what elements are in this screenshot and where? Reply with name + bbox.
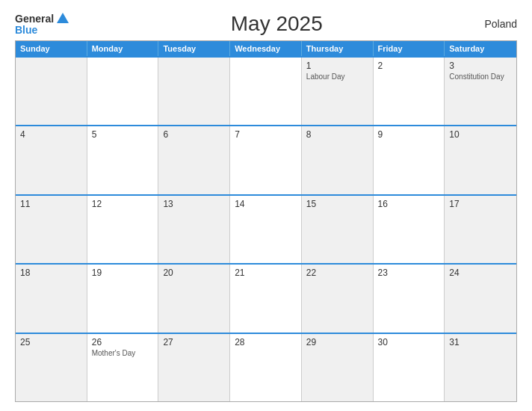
cell-day-number: 27 xyxy=(163,337,225,347)
calendar-row-3: 11121314151617 xyxy=(16,194,516,263)
cell-day-number: 6 xyxy=(163,129,225,140)
cell-day-number: 14 xyxy=(235,199,297,209)
calendar-cell xyxy=(230,58,302,125)
cell-day-number: 3 xyxy=(449,61,512,71)
calendar-body: 1Labour Day23Constitution Day45678910111… xyxy=(16,56,516,401)
cell-event-label: Labour Day xyxy=(306,72,368,81)
cell-day-number: 16 xyxy=(378,199,440,209)
cell-day-number: 28 xyxy=(235,337,297,347)
header-day-friday: Friday xyxy=(374,41,445,56)
calendar-cell: 26Mother's Day xyxy=(87,334,159,401)
calendar-cell: 12 xyxy=(87,196,159,263)
cell-day-number: 2 xyxy=(378,61,440,71)
cell-day-number: 10 xyxy=(449,129,512,140)
calendar: SundayMondayTuesdayWednesdayThursdayFrid… xyxy=(15,40,517,402)
calendar-cell: 21 xyxy=(230,265,302,332)
calendar-cell: 14 xyxy=(230,196,302,263)
calendar-row-2: 45678910 xyxy=(16,125,516,194)
calendar-cell: 5 xyxy=(87,126,159,194)
cell-event-label: Constitution Day xyxy=(449,72,512,81)
calendar-cell: 9 xyxy=(374,126,445,194)
cell-day-number: 4 xyxy=(20,129,82,140)
calendar-cell: 31 xyxy=(445,334,516,401)
cell-day-number: 30 xyxy=(378,337,440,347)
calendar-header: SundayMondayTuesdayWednesdayThursdayFrid… xyxy=(16,41,516,56)
cell-day-number: 24 xyxy=(449,268,512,278)
logo-blue: Blue xyxy=(15,25,37,35)
logo: General Blue xyxy=(15,13,69,35)
calendar-cell: 30 xyxy=(374,334,445,401)
cell-day-number: 17 xyxy=(449,199,512,209)
calendar-row-4: 18192021222324 xyxy=(16,263,516,332)
calendar-cell: 19 xyxy=(87,265,159,332)
calendar-cell: 13 xyxy=(158,196,230,263)
top-bar: General Blue May 2025 Poland xyxy=(15,12,517,36)
calendar-cell xyxy=(158,58,230,125)
cell-day-number: 13 xyxy=(163,199,225,209)
header-day-wednesday: Wednesday xyxy=(230,41,302,56)
cell-day-number: 20 xyxy=(163,268,225,278)
cell-day-number: 31 xyxy=(449,337,512,347)
calendar-cell: 3Constitution Day xyxy=(445,58,516,125)
cell-day-number: 7 xyxy=(235,129,297,140)
calendar-cell: 6 xyxy=(158,126,230,194)
header-day-saturday: Saturday xyxy=(445,41,516,56)
cell-day-number: 11 xyxy=(20,199,82,209)
calendar-cell: 25 xyxy=(16,334,87,401)
logo-general: General xyxy=(15,13,54,24)
cell-day-number: 21 xyxy=(235,268,297,278)
cell-day-number: 5 xyxy=(92,129,154,140)
calendar-cell: 20 xyxy=(158,265,230,332)
calendar-row-1: 1Labour Day23Constitution Day xyxy=(16,56,516,125)
calendar-cell: 4 xyxy=(16,126,87,194)
calendar-cell: 28 xyxy=(230,334,302,401)
calendar-cell: 7 xyxy=(230,126,302,194)
header-day-tuesday: Tuesday xyxy=(158,41,230,56)
calendar-cell: 10 xyxy=(445,126,516,194)
cell-day-number: 15 xyxy=(306,199,368,209)
calendar-cell: 23 xyxy=(374,265,445,332)
header-day-thursday: Thursday xyxy=(302,41,374,56)
calendar-cell: 1Labour Day xyxy=(302,58,374,125)
calendar-cell: 8 xyxy=(302,126,374,194)
calendar-page: General Blue May 2025 Poland SundayMonda… xyxy=(0,0,532,411)
cell-day-number: 8 xyxy=(306,129,368,140)
calendar-cell xyxy=(87,58,159,125)
calendar-cell: 17 xyxy=(445,196,516,263)
calendar-cell: 16 xyxy=(374,196,445,263)
cell-day-number: 1 xyxy=(306,61,368,71)
calendar-cell: 29 xyxy=(302,334,374,401)
logo-triangle-icon xyxy=(57,13,69,23)
calendar-cell: 22 xyxy=(302,265,374,332)
header-day-sunday: Sunday xyxy=(16,41,87,56)
calendar-cell xyxy=(16,58,87,125)
cell-day-number: 23 xyxy=(378,268,440,278)
calendar-cell: 11 xyxy=(16,196,87,263)
cell-day-number: 29 xyxy=(306,337,368,347)
calendar-cell: 27 xyxy=(158,334,230,401)
cell-day-number: 26 xyxy=(92,337,154,347)
header-day-monday: Monday xyxy=(87,41,159,56)
cell-day-number: 25 xyxy=(20,337,82,347)
cell-day-number: 22 xyxy=(306,268,368,278)
cell-event-label: Mother's Day xyxy=(92,349,154,357)
cell-day-number: 19 xyxy=(92,268,154,278)
calendar-cell: 18 xyxy=(16,265,87,332)
calendar-cell: 24 xyxy=(445,265,516,332)
cell-day-number: 12 xyxy=(92,199,154,209)
cell-day-number: 18 xyxy=(20,268,82,278)
month-title: May 2025 xyxy=(69,12,484,36)
calendar-cell: 2 xyxy=(374,58,445,125)
cell-day-number: 9 xyxy=(378,129,440,140)
calendar-row-5: 2526Mother's Day2728293031 xyxy=(16,333,516,401)
country-label: Poland xyxy=(484,18,517,30)
calendar-cell: 15 xyxy=(302,196,374,263)
